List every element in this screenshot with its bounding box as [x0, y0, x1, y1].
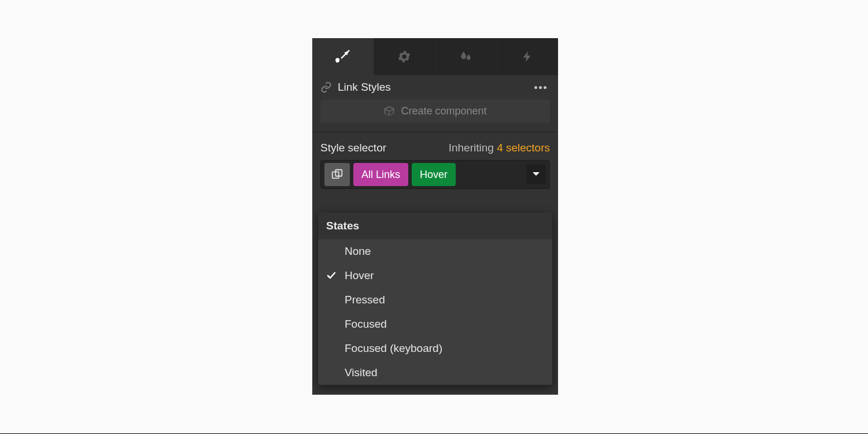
link-icon	[320, 81, 332, 93]
inheriting-label: Inheriting	[449, 142, 494, 154]
panel-divider	[312, 132, 558, 132]
state-item-hover[interactable]: Hover	[318, 264, 552, 288]
inheriting-info[interactable]: Inheriting 4 selectors	[449, 142, 550, 154]
state-item-focused[interactable]: Focused	[318, 312, 552, 336]
state-item-label: Pressed	[345, 294, 385, 306]
more-menu-button[interactable]	[531, 83, 550, 92]
inherit-icon	[331, 168, 343, 181]
droplets-icon	[459, 49, 474, 64]
tab-interactions[interactable]	[497, 38, 559, 75]
states-dropdown-title: States	[318, 213, 552, 239]
panel-title: Link Styles	[338, 81, 391, 94]
states-dropdown: States None Hover Pressed Focused Focuse…	[318, 213, 552, 385]
check-icon	[327, 272, 336, 280]
selector-chip-label: Hover	[420, 169, 448, 181]
state-item-label: Visited	[345, 366, 378, 379]
panel-tab-row	[312, 38, 558, 75]
package-icon	[383, 105, 395, 117]
selector-chip-all-links[interactable]: All Links	[353, 163, 408, 186]
state-check-col	[326, 272, 337, 280]
selector-chip-label: All Links	[361, 169, 400, 181]
panel-header-left: Link Styles	[320, 81, 391, 94]
state-item-label: Focused	[345, 318, 387, 331]
bolt-icon	[521, 49, 534, 64]
brush-icon	[335, 49, 351, 65]
panel-header: Link Styles	[312, 75, 558, 99]
state-item-label: None	[345, 245, 371, 258]
tab-effects[interactable]	[435, 38, 497, 75]
state-item-label: Focused (keyboard)	[345, 342, 442, 355]
create-component-button[interactable]: Create component	[320, 99, 550, 123]
state-item-pressed[interactable]: Pressed	[318, 288, 552, 312]
tab-style[interactable]	[312, 38, 374, 75]
state-dropdown-toggle[interactable]	[526, 165, 546, 184]
gear-icon	[397, 49, 412, 64]
style-selector-label: Style selector	[320, 142, 386, 154]
selector-chip-hover[interactable]: Hover	[412, 163, 456, 186]
state-item-none[interactable]: None	[318, 239, 552, 264]
style-panel: Link Styles Create component Style selec…	[312, 38, 558, 395]
state-item-visited[interactable]: Visited	[318, 361, 552, 385]
style-selector-header: Style selector Inheriting 4 selectors	[312, 138, 558, 160]
create-component-label: Create component	[401, 105, 486, 117]
tab-settings[interactable]	[374, 38, 436, 75]
state-item-label: Hover	[345, 269, 374, 282]
chevron-down-icon	[532, 172, 540, 177]
inheriting-count: 4 selectors	[497, 142, 550, 154]
style-selector-bar: All Links Hover	[320, 160, 550, 189]
state-item-focused-keyboard[interactable]: Focused (keyboard)	[318, 336, 552, 361]
inherit-selector-button[interactable]	[324, 163, 350, 186]
